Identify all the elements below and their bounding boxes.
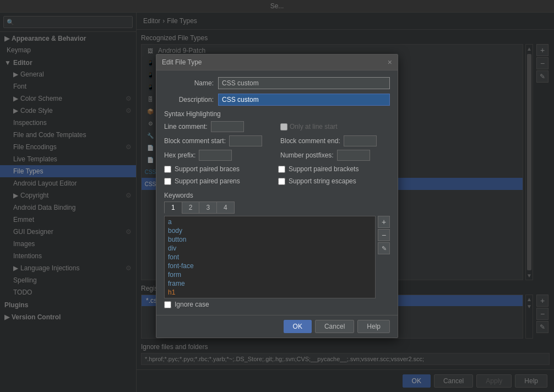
ignore-case-label: Ignore case [175,301,209,308]
keywords-buttons: + − ✎ [378,216,390,298]
modal-footer: OK Cancel Help [156,315,398,337]
number-postfixes-field: Number postfixes: [280,150,390,161]
string-escapes-label: Support string escapes [289,177,356,185]
block-comment-end-input[interactable] [344,135,377,146]
edit-keyword-btn[interactable]: ✎ [378,242,390,254]
paired-parens-checkbox[interactable] [164,178,171,185]
keyword-item[interactable]: font [165,253,375,262]
block-comment-start-label: Block comment start: [164,137,226,145]
name-input[interactable] [218,77,390,89]
syntax-title: Syntax Highlighting [164,110,390,118]
modal-ok-button[interactable]: OK [284,320,312,333]
line-comment-field: Line comment: [164,121,274,132]
number-postfixes-label: Number postfixes: [280,151,334,159]
string-escapes-row: Support string escapes [278,177,390,185]
paired-braces-row: Support paired braces [164,165,276,173]
modal-help-button[interactable]: Help [357,320,390,333]
only-line-start-label: Only at line start [290,123,338,130]
description-label: Description: [164,96,214,104]
modal-cancel-button[interactable]: Cancel [315,320,354,333]
number-postfixes-input[interactable] [337,150,370,161]
keywords-label: Keywords [164,192,390,199]
kw-tab-1[interactable]: 1 [164,202,182,214]
ignore-case-checkbox[interactable] [164,301,171,308]
keyword-item-highlighted[interactable]: h1 [165,288,375,297]
kw-tab-2[interactable]: 2 [182,202,199,214]
keyword-item[interactable]: font-face [165,262,375,270]
keywords-list[interactable]: a body button div font font-face form fr… [164,216,376,298]
modal-titlebar: Edit File Type × [156,55,398,70]
edit-file-type-modal: Edit File Type × Name: Description: Synt… [156,54,398,338]
block-comment-end-label: Block comment end: [280,137,340,145]
hex-prefix-field: Hex prefix: [164,150,274,161]
keyword-item[interactable]: form [165,270,375,279]
keyword-item[interactable]: button [165,235,375,244]
keywords-list-container: a body button div font font-face form fr… [164,216,390,298]
modal-body: Name: Description: Syntax Highlighting L… [156,70,398,315]
keyword-item[interactable]: body [165,226,375,235]
modal-close-button[interactable]: × [388,58,392,67]
checkboxes-row: Support paired braces Support paired bra… [164,165,390,187]
block-comment-start-input[interactable] [229,135,262,146]
paired-brackets-row: Support paired brackets [278,165,390,173]
paired-braces-checkbox[interactable] [164,166,171,173]
block-comment-end-field: Block comment end: [280,135,390,146]
keyword-item[interactable]: div [165,244,375,253]
settings-window: Se... 🔍 ▶ Appearance & Behavior Keymap ▼… [0,0,554,392]
modal-title: Edit File Type [162,58,202,66]
name-row: Name: [164,77,390,89]
description-row: Description: [164,94,390,106]
hex-prefix-label: Hex prefix: [164,151,195,159]
line-comment-label: Line comment: [164,123,208,130]
only-line-start-checkbox[interactable] [280,123,287,130]
description-input[interactable] [218,94,390,106]
line-comment-input[interactable] [211,121,244,132]
paired-parens-row: Support paired parens [164,177,276,185]
syntax-grid: Line comment: Only at line start Block c… [164,121,390,161]
ignore-case-row: Ignore case [164,301,390,308]
paired-braces-label: Support paired braces [175,165,240,173]
paired-brackets-label: Support paired brackets [289,165,359,173]
hex-prefix-input[interactable] [199,150,232,161]
only-line-start-row: Only at line start [280,121,390,132]
keywords-section: Keywords 1 2 3 4 a body button div [164,192,390,308]
modal-overlay[interactable]: Edit File Type × Name: Description: Synt… [0,0,554,392]
name-label: Name: [164,79,214,87]
keyword-item[interactable]: frame [165,279,375,288]
kw-tab-3[interactable]: 3 [199,202,216,214]
kw-tab-4[interactable]: 4 [216,202,235,214]
add-keyword-btn[interactable]: + [378,216,390,228]
paired-brackets-checkbox[interactable] [278,166,285,173]
string-escapes-checkbox[interactable] [278,178,285,185]
keyword-item[interactable]: a [165,217,375,226]
keywords-tabs: 1 2 3 4 [164,202,390,214]
block-comment-start-field: Block comment start: [164,135,274,146]
remove-keyword-btn[interactable]: − [378,229,390,241]
paired-parens-label: Support paired parens [175,177,240,185]
